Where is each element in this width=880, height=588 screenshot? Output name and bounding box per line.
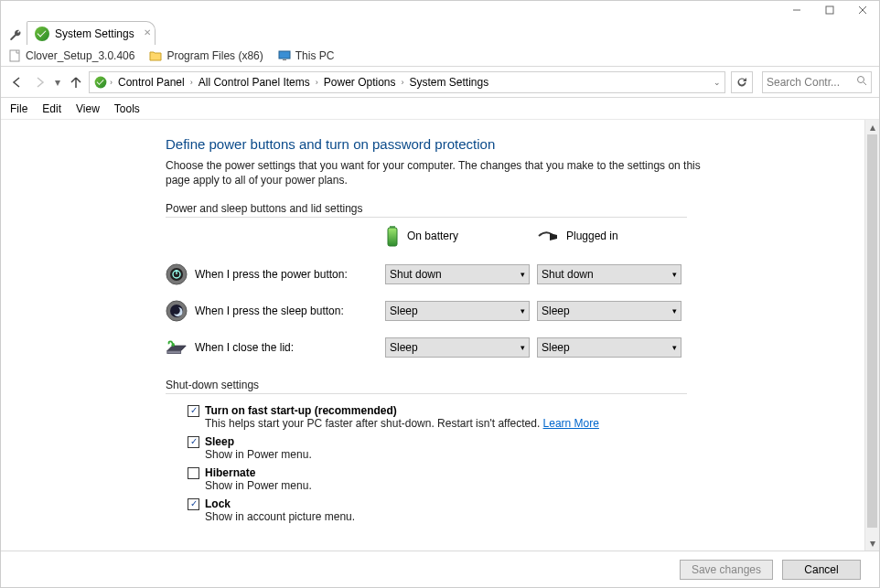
- breadcrumb[interactable]: System Settings: [405, 76, 492, 89]
- scroll-thumb[interactable]: [867, 134, 877, 528]
- lid-label: When I close the lid:: [195, 341, 294, 354]
- cancel-button[interactable]: Cancel: [782, 560, 861, 580]
- chevron-right-icon[interactable]: ›: [401, 78, 403, 87]
- sleep-plugged-dropdown[interactable]: Sleep▾: [537, 301, 681, 321]
- search-input[interactable]: Search Contr...: [762, 71, 872, 93]
- hibernate-option: Hibernate Show in Power menu.: [166, 464, 705, 495]
- file-icon: [8, 49, 21, 62]
- chevron-right-icon[interactable]: ›: [316, 78, 318, 87]
- breadcrumb[interactable]: Control Panel: [114, 76, 188, 89]
- chevron-right-icon[interactable]: ›: [190, 78, 193, 87]
- section-header-shutdown: Shut-down settings: [166, 379, 687, 394]
- chevron-down-icon: ▾: [672, 270, 677, 279]
- lid-plugged-dropdown[interactable]: Sleep▾: [537, 337, 681, 358]
- section-header-buttons: Power and sleep buttons and lid settings: [166, 202, 687, 218]
- lock-option: ✓ Lock Show in account picture menu.: [166, 495, 705, 526]
- chevron-down-icon: ▾: [672, 343, 677, 352]
- tab-strip: System Settings ✕: [1, 19, 879, 45]
- bookmark-item[interactable]: Clover_Setup_3.0.406: [8, 49, 134, 62]
- fast-startup-checkbox[interactable]: ✓: [188, 405, 199, 417]
- chevron-down-icon: ▾: [520, 270, 525, 279]
- menu-view[interactable]: View: [76, 102, 100, 115]
- footer-bar: Save changes Cancel: [1, 551, 879, 587]
- chevron-down-icon: ▾: [520, 343, 525, 352]
- lid-battery-dropdown[interactable]: Sleep▾: [385, 337, 530, 358]
- sleep-battery-dropdown[interactable]: Sleep▾: [385, 301, 530, 321]
- power-button-label: When I press the power button:: [195, 268, 348, 281]
- nav-forward-button[interactable]: [30, 72, 48, 92]
- lock-checkbox[interactable]: ✓: [188, 498, 199, 510]
- minimize-button[interactable]: [780, 1, 813, 19]
- chevron-down-icon: ▾: [520, 306, 525, 315]
- nav-back-button[interactable]: [8, 72, 27, 92]
- breadcrumb[interactable]: Power Options: [320, 76, 400, 89]
- power-plugged-dropdown[interactable]: Shut down▾: [537, 264, 681, 284]
- page-title: Define power buttons and turn on passwor…: [166, 136, 705, 152]
- plug-icon: [537, 230, 559, 241]
- folder-icon: [149, 49, 162, 62]
- bookmark-item[interactable]: This PC: [278, 49, 335, 62]
- sleep-button-row: When I press the sleep button: Sleep▾ Sl…: [166, 293, 705, 329]
- column-plugged-label: Plugged in: [566, 230, 618, 242]
- battery-icon: [385, 225, 400, 247]
- svg-rect-10: [388, 228, 397, 246]
- save-changes-button[interactable]: Save changes: [680, 560, 773, 580]
- power-button-row: When I press the power button: Shut down…: [166, 256, 705, 293]
- tab-close-icon[interactable]: ✕: [144, 27, 151, 37]
- settings-wrench-icon[interactable]: [6, 28, 25, 45]
- lid-close-icon: [166, 337, 188, 358]
- bookmarks-bar: Clover_Setup_3.0.406 Program Files (x86)…: [1, 45, 879, 67]
- control-panel-icon: [35, 27, 49, 41]
- svg-line-8: [864, 82, 866, 85]
- scroll-down-icon[interactable]: ▾: [865, 536, 879, 551]
- sleep-button-icon: [166, 300, 188, 322]
- learn-more-link[interactable]: Learn More: [543, 417, 599, 430]
- address-bar[interactable]: › Control Panel › All Control Panel Item…: [89, 71, 725, 93]
- menu-tools[interactable]: Tools: [114, 102, 140, 115]
- svg-point-7: [858, 77, 864, 83]
- close-button[interactable]: [846, 1, 879, 19]
- window-titlebar: [1, 1, 879, 19]
- hibernate-label: Hibernate: [205, 466, 255, 479]
- menu-bar: File Edit View Tools: [1, 98, 879, 120]
- column-headers: On battery Plugged in: [166, 225, 705, 247]
- nav-up-button[interactable]: [67, 72, 85, 92]
- power-button-icon: [166, 263, 188, 285]
- sleep-button-label: When I press the sleep button:: [195, 305, 344, 317]
- pc-icon: [278, 49, 291, 62]
- navigation-bar: ▾ › Control Panel › All Control Panel It…: [1, 67, 879, 98]
- bookmark-item[interactable]: Program Files (x86): [149, 49, 263, 62]
- power-battery-dropdown[interactable]: Shut down▾: [385, 264, 530, 284]
- breadcrumb[interactable]: All Control Panel Items: [195, 76, 314, 89]
- tab-title: System Settings: [55, 27, 134, 40]
- vertical-scrollbar[interactable]: ▴ ▾: [864, 120, 879, 551]
- tab-system-settings[interactable]: System Settings ✕: [27, 21, 156, 45]
- sleep-label: Sleep: [205, 435, 234, 448]
- sleep-checkbox[interactable]: ✓: [188, 436, 199, 448]
- svg-rect-4: [10, 50, 19, 61]
- nav-recent-dropdown[interactable]: ▾: [52, 72, 63, 92]
- chevron-right-icon[interactable]: ›: [110, 78, 113, 87]
- svg-rect-6: [283, 59, 286, 60]
- svg-rect-5: [279, 51, 290, 59]
- column-battery-label: On battery: [407, 230, 458, 242]
- address-dropdown-icon[interactable]: ⌄: [714, 78, 721, 87]
- chevron-down-icon: ▾: [672, 306, 677, 315]
- fast-startup-option: ✓ Turn on fast start-up (recommended) Th…: [166, 401, 705, 433]
- fast-startup-label: Turn on fast start-up (recommended): [205, 404, 397, 417]
- svg-rect-17: [167, 351, 181, 354]
- search-icon: [856, 75, 867, 89]
- menu-edit[interactable]: Edit: [42, 102, 61, 115]
- page-description: Choose the power settings that you want …: [166, 159, 705, 187]
- control-panel-icon: [95, 76, 107, 88]
- maximize-button[interactable]: [813, 1, 846, 19]
- svg-rect-1: [826, 6, 833, 14]
- main-content-area: Define power buttons and turn on passwor…: [1, 120, 879, 551]
- refresh-button[interactable]: [731, 71, 753, 93]
- menu-file[interactable]: File: [10, 102, 27, 115]
- lid-row: When I close the lid: Sleep▾ Sleep▾: [166, 329, 705, 366]
- scroll-up-icon[interactable]: ▴: [865, 120, 879, 134]
- hibernate-checkbox[interactable]: [188, 467, 199, 479]
- search-placeholder: Search Contr...: [767, 76, 840, 89]
- lock-label: Lock: [205, 497, 231, 510]
